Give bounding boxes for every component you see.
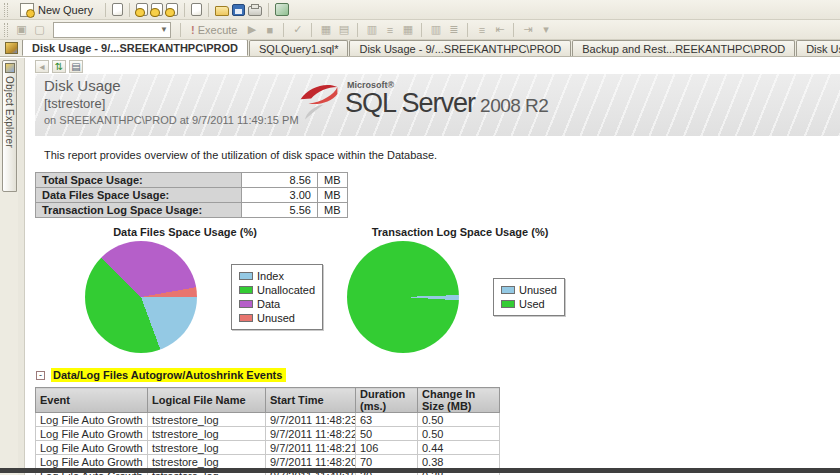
- new-dmx-query-icon[interactable]: [166, 3, 178, 16]
- open-file-icon[interactable]: [215, 6, 229, 16]
- events-cell: tstrestore_log: [148, 427, 266, 441]
- events-cell: 0.38: [418, 455, 500, 469]
- collapse-toggle[interactable]: -: [36, 371, 45, 380]
- connect-icon[interactable]: ▣: [14, 22, 29, 37]
- report-panel: ◂⇅▤ Disk Usage [tstrestore] on SREEKANTH…: [26, 58, 840, 475]
- tab-3[interactable]: Backup and Rest...REEKANTHPC\PROD: [572, 40, 795, 56]
- legend-label: Data: [257, 298, 280, 310]
- include-actual-plan-icon[interactable]: ▦: [318, 22, 333, 37]
- decrease-indent-icon[interactable]: ⇤: [492, 22, 507, 37]
- tab-strip-lead: [0, 40, 22, 56]
- save-icon[interactable]: [232, 4, 245, 16]
- execute-button[interactable]: ! Execute: [187, 23, 241, 37]
- table-row: Data Files Space Usage:3.00MB: [36, 188, 348, 203]
- legend-item: Used: [501, 297, 557, 311]
- events-column-header: Change In Size (MB): [418, 388, 500, 413]
- document-map-icon[interactable]: [5, 42, 18, 54]
- events-cell: Log File Auto Growth: [36, 427, 148, 441]
- print-report-icon[interactable]: ▤: [69, 60, 83, 73]
- new-query-button[interactable]: New Query: [14, 1, 99, 19]
- legend: UnusedUsed: [493, 278, 565, 316]
- debug-icon[interactable]: ▶: [244, 22, 259, 37]
- events-cell: 9/7/2011 11:48:21 PM: [266, 441, 356, 455]
- summary-value: 5.56: [242, 203, 318, 218]
- toolbar-grip[interactable]: [4, 3, 8, 17]
- report-toolbar: ◂⇅▤: [35, 58, 840, 74]
- events-cell: 9/7/2011 11:48:23 PM: [266, 413, 356, 427]
- tab-4[interactable]: Disk Usage - 9/...SREEKANTHPC\PROD: [796, 40, 840, 56]
- sql-server-logo: Microsoft® SQL Server 2008 R2: [297, 80, 548, 122]
- activity-monitor-icon[interactable]: [275, 3, 289, 16]
- charts-row: Data Files Space Usage (%)IndexUnallocat…: [35, 226, 840, 353]
- available-databases-combo[interactable]: ▼: [53, 22, 171, 38]
- pie-title: Data Files Space Usage (%): [35, 226, 335, 238]
- toolbar-options-icon[interactable]: ▾: [538, 22, 553, 37]
- legend-item: Unallocated: [239, 283, 315, 297]
- cancel-query-icon[interactable]: ■: [262, 22, 277, 37]
- object-explorer-tab[interactable]: Object Explorer: [2, 60, 17, 192]
- panel-splitter[interactable]: [18, 58, 25, 475]
- events-cell: 70: [356, 455, 418, 469]
- new-xmla-query-icon[interactable]: [191, 3, 202, 16]
- space-usage-summary-table: Total Space Usage:8.56MBData Files Space…: [35, 172, 348, 218]
- events-cell: 50: [356, 427, 418, 441]
- table-row: Log File Auto Growthtstrestore_log9/7/20…: [36, 413, 500, 427]
- summary-unit: MB: [318, 173, 348, 188]
- logo-product: SQL Server: [345, 90, 475, 117]
- new-file-icon[interactable]: [112, 3, 123, 16]
- sql-toolbar-right-icons: ▶■✓▦▤▥≡▦▥≣≡⇤⇥▾: [244, 22, 553, 37]
- legend-label: Index: [257, 270, 284, 282]
- table-row: Total Space Usage:8.56MB: [36, 173, 348, 188]
- legend-label: Unused: [519, 284, 557, 296]
- legend-label: Used: [519, 298, 545, 310]
- legend-swatch: [239, 272, 253, 280]
- tab-1[interactable]: SQLQuery1.sql*: [249, 40, 348, 56]
- sql-editor-toolbar: ▣▢ ▼ ! Execute ▶■✓▦▤▥≡▦▥≣≡⇤⇥▾: [0, 20, 840, 40]
- refresh-icon[interactable]: ⇅: [52, 60, 66, 73]
- events-cell: 0.50: [418, 413, 500, 427]
- events-cell: 0.50: [418, 427, 500, 441]
- window-bottom-edge: [0, 468, 840, 473]
- toolbar-grip-2[interactable]: [4, 23, 8, 37]
- change-connection-icon[interactable]: ▢: [32, 22, 47, 37]
- summary-unit: MB: [318, 203, 348, 218]
- legend-swatch: [501, 300, 515, 308]
- new-mdx-query-icon[interactable]: [151, 3, 163, 16]
- tab-2[interactable]: Disk Usage - 9/...SREEKANTHPC\PROD: [349, 40, 571, 56]
- include-client-statistics-icon[interactable]: ▤: [336, 22, 351, 37]
- sql-toolbar-left-icons: ▣▢: [14, 22, 47, 37]
- legend-swatch: [239, 300, 253, 308]
- tab-bar-tabs: Disk Usage - 9/...SREEKANTHPC\PRODSQLQue…: [22, 40, 840, 56]
- print-icon[interactable]: [248, 6, 262, 16]
- events-tbody: Log File Auto Growthtstrestore_log9/7/20…: [36, 413, 500, 475]
- table-row: Transaction Log Space Usage:5.56MB: [36, 203, 348, 218]
- results-to-text-icon[interactable]: ≡: [382, 22, 397, 37]
- summary-label: Transaction Log Space Usage:: [36, 203, 242, 218]
- parse-icon[interactable]: ✓: [290, 22, 305, 37]
- summary-value: 8.56: [242, 173, 318, 188]
- results-to-file-icon[interactable]: ▥: [428, 22, 443, 37]
- results-to-grid-icon[interactable]: ▦: [400, 22, 415, 37]
- table-row: Log File Auto Growthtstrestore_log9/7/20…: [36, 455, 500, 469]
- sql-server-logo-swoosh-icon: [297, 80, 341, 122]
- events-section-title: Data/Log Files Autogrow/Autoshrink Event…: [51, 368, 286, 382]
- legend-label: Unallocated: [257, 284, 315, 296]
- object-explorer-label: Object Explorer: [4, 76, 15, 148]
- summary-value: 3.00: [242, 188, 318, 203]
- table-row: Log File Auto Growthtstrestore_log9/7/20…: [36, 441, 500, 455]
- summary-label: Total Space Usage:: [36, 173, 242, 188]
- new-database-engine-query-icon[interactable]: [136, 3, 148, 16]
- uncomment-icon[interactable]: ≡: [474, 22, 489, 37]
- comment-out-icon[interactable]: ≣: [446, 22, 461, 37]
- events-header-row: EventLogical File NameStart TimeDuration…: [36, 388, 500, 413]
- back-icon[interactable]: ◂: [35, 60, 49, 73]
- events-column-header: Start Time: [266, 388, 356, 413]
- query-options-icon[interactable]: ▥: [364, 22, 379, 37]
- tab-0[interactable]: Disk Usage - 9/...SREEKANTHPC\PROD: [22, 40, 248, 56]
- autogrow-events-table: EventLogical File NameStart TimeDuration…: [35, 387, 500, 475]
- pie: [85, 241, 197, 353]
- events-column-header: Logical File Name: [148, 388, 266, 413]
- increase-indent-icon[interactable]: ⇥: [520, 22, 535, 37]
- pie-chart-0: Data Files Space Usage (%)IndexUnallocat…: [35, 226, 335, 353]
- pie: [347, 241, 459, 353]
